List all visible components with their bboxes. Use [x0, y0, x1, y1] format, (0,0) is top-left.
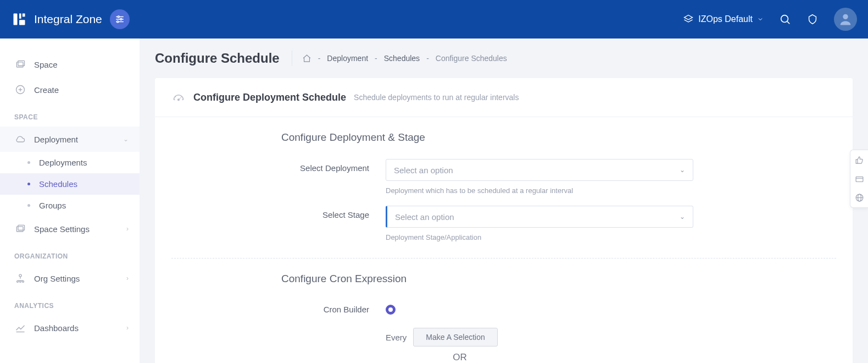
- chevron-right-icon: ›: [126, 225, 129, 233]
- helper-deployment: Deployment which has to be scheduled at …: [386, 186, 693, 195]
- app-header: Integral Zone IZOps Default: [0, 0, 868, 38]
- thumbs-up-icon[interactable]: [854, 155, 865, 166]
- svg-rect-32: [856, 177, 863, 182]
- main-content: Configure Schedule - Deployment - Schedu…: [140, 38, 868, 363]
- gauge-icon: [171, 90, 186, 105]
- sidebar-item-label: Space: [34, 60, 58, 69]
- breadcrumb: Configure Schedule - Deployment - Schedu…: [155, 51, 853, 66]
- config-card: Configure Deployment Schedule Schedule d…: [155, 78, 853, 363]
- svg-point-11: [781, 15, 788, 23]
- svg-rect-15: [18, 61, 25, 65]
- brand-logo-icon: [11, 11, 27, 28]
- sidebar-subitem-schedules[interactable]: Schedules: [0, 173, 140, 195]
- brand-name: Integral Zone: [34, 13, 102, 26]
- chevron-down-icon: [757, 16, 764, 23]
- radio-cron-builder[interactable]: [386, 305, 396, 315]
- svg-point-28: [178, 99, 180, 101]
- sidebar-section-org: ORGANIZATION: [0, 241, 140, 266]
- svg-point-9: [117, 21, 119, 23]
- sidebar-item-create[interactable]: Create: [0, 77, 140, 102]
- svg-point-25: [20, 280, 21, 282]
- workspace-switcher[interactable]: IZOps Default: [683, 14, 764, 25]
- sidebar-item-org-settings[interactable]: Org Settings ›: [0, 266, 140, 291]
- svg-rect-2: [23, 14, 25, 17]
- svg-rect-3: [19, 20, 25, 25]
- svg-point-24: [17, 280, 19, 282]
- svg-line-31: [175, 96, 176, 97]
- or-separator: OR: [430, 346, 490, 363]
- sidebar-subitem-groups[interactable]: Groups: [0, 195, 140, 216]
- brand: Integral Zone: [11, 11, 102, 28]
- sidebar-section-analytics: ANALYTICS: [0, 291, 140, 315]
- section-deploy-stage: Configure Deployment & Stage: [155, 117, 853, 153]
- sidebar: Space Create SPACE Deployment ⌄ Deployme…: [0, 38, 140, 363]
- select-stage[interactable]: Select an option ⌄: [386, 206, 693, 228]
- make-selection-button[interactable]: Make A Selection: [413, 328, 497, 346]
- globe-icon[interactable]: [854, 192, 865, 203]
- sidebar-subitem-deployments[interactable]: Deployments: [0, 152, 140, 173]
- feedback-rail: [850, 150, 868, 208]
- select-deployment[interactable]: Select an option ⌄: [386, 159, 693, 181]
- svg-rect-14: [16, 62, 23, 67]
- page-title: Configure Schedule: [155, 51, 292, 66]
- search-button[interactable]: [779, 13, 791, 25]
- sidebar-item-label: Deployment: [34, 135, 78, 144]
- sidebar-item-space[interactable]: Space: [0, 52, 140, 77]
- every-label: Every: [386, 333, 407, 342]
- svg-point-21: [19, 274, 21, 277]
- crumb-deployment[interactable]: Deployment: [327, 54, 368, 63]
- sidebar-item-deployment[interactable]: Deployment ⌄: [0, 127, 140, 152]
- chevron-down-icon: ⌄: [680, 166, 685, 174]
- card-icon[interactable]: [854, 173, 865, 184]
- avatar[interactable]: [834, 8, 857, 31]
- sidebar-item-dashboards[interactable]: Dashboards ›: [0, 315, 140, 340]
- divider: [171, 258, 836, 258]
- sidebar-item-label: Space Settings: [34, 224, 90, 234]
- svg-line-12: [787, 21, 789, 24]
- stack-icon: [683, 14, 694, 25]
- svg-point-5: [118, 16, 119, 18]
- label-cron-builder: Cron Builder: [155, 300, 386, 314]
- sidebar-item-label: Dashboards: [34, 323, 79, 333]
- sidebar-item-label: Create: [34, 85, 59, 95]
- svg-marker-10: [685, 15, 693, 20]
- crumb-current: Configure Schedules: [436, 54, 507, 63]
- crumb-schedules[interactable]: Schedules: [384, 54, 420, 63]
- chevron-right-icon: ›: [126, 274, 129, 282]
- section-cron: Configure Cron Expression: [155, 270, 853, 295]
- helper-stage: Deployment Stage/Application: [386, 233, 693, 241]
- home-icon[interactable]: [302, 54, 311, 63]
- svg-rect-0: [14, 14, 18, 25]
- layers-icon: [14, 58, 26, 70]
- label-select-stage: Select Stage: [155, 206, 386, 219]
- svg-rect-19: [16, 227, 23, 232]
- sidebar-section-space: SPACE: [0, 102, 140, 127]
- chart-icon: [14, 322, 26, 334]
- sidebar-item-label: Org Settings: [34, 274, 80, 283]
- notifications-button[interactable]: [806, 13, 819, 25]
- svg-point-13: [843, 14, 848, 19]
- cloud-icon: [14, 133, 26, 145]
- workspace-label: IZOps Default: [698, 14, 753, 24]
- svg-rect-20: [18, 225, 25, 230]
- filter-settings-button[interactable]: [110, 9, 130, 29]
- card-title: Configure Deployment Schedule: [193, 92, 346, 103]
- layers-icon: [14, 223, 26, 235]
- card-subtitle: Schedule deployments to run at regular i…: [354, 93, 519, 102]
- chevron-down-icon: ⌄: [680, 213, 685, 221]
- chevron-down-icon: ⌄: [123, 135, 129, 143]
- svg-point-26: [23, 280, 24, 282]
- org-icon: [14, 272, 26, 284]
- svg-point-7: [120, 19, 122, 20]
- label-select-deployment: Select Deployment: [155, 159, 386, 173]
- chevron-right-icon: ›: [126, 324, 129, 332]
- plus-circle-icon: [14, 84, 26, 96]
- svg-rect-1: [19, 14, 21, 19]
- sidebar-item-space-settings[interactable]: Space Settings ›: [0, 216, 140, 241]
